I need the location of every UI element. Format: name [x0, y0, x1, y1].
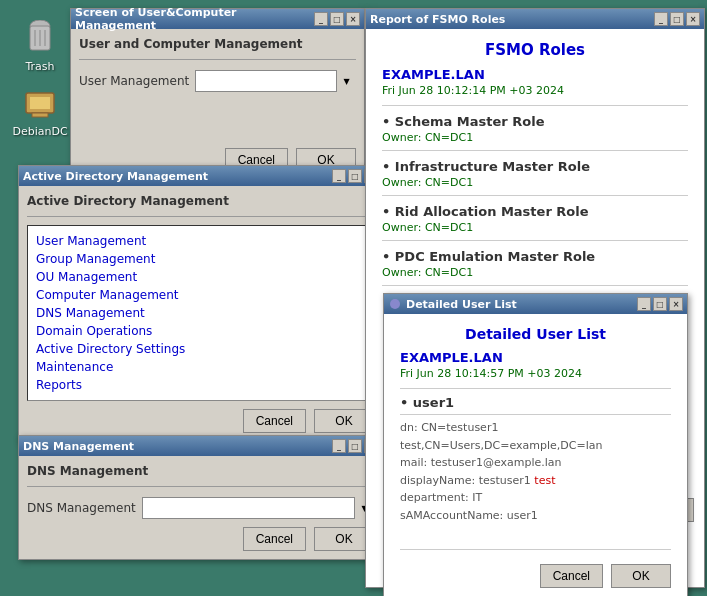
dns-button-row: Cancel OK — [27, 527, 374, 551]
dul-minimize-button[interactable]: _ — [637, 297, 651, 311]
computer-management-link[interactable]: Computer Management — [36, 288, 179, 302]
fsmo-role-4: • PDC Emulation Master Role — [382, 249, 688, 264]
dul-title: Detailed User List — [406, 298, 637, 311]
dul-ok-button[interactable]: OK — [611, 564, 671, 588]
fsmo-sep-4 — [382, 240, 688, 241]
dul-detail-dn: dn: CN=testuser1 test,CN=Users,DC=exampl… — [400, 419, 671, 454]
user-management-label: User Management — [79, 74, 189, 88]
user-management-form-group: User Management ▼ — [79, 70, 356, 92]
group-management-link[interactable]: Group Management — [36, 252, 155, 266]
ad-cancel-button[interactable]: Cancel — [243, 409, 306, 433]
dul-detail-mail: mail: testuser1@example.lan — [400, 454, 671, 472]
dns-management-link[interactable]: DNS Management — [36, 306, 145, 320]
dul-detail-displayname: displayName: testuser1 test — [400, 472, 671, 490]
list-item: Domain Operations — [36, 322, 365, 340]
fsmo-sep-2 — [382, 150, 688, 151]
user-computer-mgmt-window: Screen of User&Computer Management _ □ ×… — [70, 8, 365, 181]
dns-select-wrapper: ▼ — [142, 497, 374, 519]
user-computer-mgmt-title: Screen of User&Computer Management — [75, 6, 314, 32]
dul-body: Detailed User List EXAMPLE.LAN Fri Jun 2… — [384, 314, 687, 596]
fsmo-domain: EXAMPLE.LAN — [382, 67, 688, 82]
debiandc-icon[interactable]: DebianDC — [10, 85, 70, 138]
fsmo-report-titlebar[interactable]: Report of FSMO Roles _ □ × — [366, 9, 704, 29]
list-item: Computer Management — [36, 286, 365, 304]
ad-settings-link[interactable]: Active Directory Settings — [36, 342, 185, 356]
maximize-button[interactable]: □ — [330, 12, 344, 26]
ad-management-titlebar[interactable]: Active Directory Management _ □ × — [19, 166, 382, 186]
ad-management-body: Active Directory Management User Managem… — [19, 186, 382, 441]
spacer — [79, 100, 356, 140]
dul-spacer — [400, 525, 671, 545]
dns-label: DNS Management — [27, 501, 136, 515]
dul-close-button[interactable]: × — [669, 297, 683, 311]
window-controls: _ □ × — [314, 12, 360, 26]
dns-minimize-button[interactable]: _ — [332, 439, 346, 453]
list-item: DNS Management — [36, 304, 365, 322]
fsmo-maximize-button[interactable]: □ — [670, 12, 684, 26]
list-item: OU Management — [36, 268, 365, 286]
ad-minimize-button[interactable]: _ — [332, 169, 346, 183]
dns-maximize-button[interactable]: □ — [348, 439, 362, 453]
ad-header-separator — [27, 216, 374, 217]
user-management-select-wrapper: ▼ — [195, 70, 356, 92]
minimize-button[interactable]: _ — [314, 12, 328, 26]
dul-detail-department: department: IT — [400, 489, 671, 507]
ad-menu-area: User Management Group Management OU Mana… — [27, 225, 374, 401]
dns-header-separator — [27, 486, 374, 487]
close-button[interactable]: × — [346, 12, 360, 26]
list-item: User Management — [36, 232, 365, 250]
dns-select[interactable] — [142, 497, 374, 519]
fsmo-role-1: • Schema Master Role — [382, 114, 688, 129]
dul-user-details: dn: CN=testuser1 test,CN=Users,DC=exampl… — [400, 419, 671, 525]
fsmo-owner-1: Owner: CN=DC1 — [382, 131, 688, 144]
dul-window-controls: _ □ × — [637, 297, 683, 311]
dul-sep-1 — [400, 388, 671, 389]
list-item: Reports — [36, 376, 365, 394]
dns-form-group: DNS Management ▼ — [27, 497, 374, 519]
dns-cancel-button[interactable]: Cancel — [243, 527, 306, 551]
fsmo-window-controls: _ □ × — [654, 12, 700, 26]
ad-maximize-button[interactable]: □ — [348, 169, 362, 183]
ad-management-title: Active Directory Management — [23, 170, 332, 183]
dul-detail-sam: sAMAccountName: user1 — [400, 507, 671, 525]
user-management-select[interactable] — [195, 70, 356, 92]
ou-management-link[interactable]: OU Management — [36, 270, 137, 284]
dul-domain: EXAMPLE.LAN — [400, 350, 671, 365]
dns-management-window: DNS Management _ □ × DNS Management DNS … — [18, 435, 383, 560]
svg-rect-7 — [32, 113, 48, 117]
dul-date: Fri Jun 28 10:14:57 PM +03 2024 — [400, 367, 671, 380]
fsmo-sep-3 — [382, 195, 688, 196]
list-item: Maintenance — [36, 358, 365, 376]
dns-management-titlebar[interactable]: DNS Management _ □ × — [19, 436, 382, 456]
list-item: Active Directory Settings — [36, 340, 365, 358]
dul-sep-2 — [400, 414, 671, 415]
dul-maximize-button[interactable]: □ — [653, 297, 667, 311]
user-management-link[interactable]: User Management — [36, 234, 146, 248]
fsmo-close-button[interactable]: × — [686, 12, 700, 26]
fsmo-role-2: • Infrastructure Master Role — [382, 159, 688, 174]
trash-icon[interactable]: Trash — [10, 20, 70, 73]
dul-title-icon — [388, 297, 402, 311]
dns-management-body: DNS Management DNS Management ▼ Cancel O… — [19, 456, 382, 559]
ad-button-row: Cancel OK — [27, 409, 374, 433]
dul-user-name: • user1 — [400, 395, 671, 410]
dns-management-header: DNS Management — [27, 464, 374, 478]
reports-link[interactable]: Reports — [36, 378, 82, 392]
dul-body-title: Detailed User List — [400, 326, 671, 342]
fsmo-sep-1 — [382, 105, 688, 106]
detailed-user-list-window: Detailed User List _ □ × Detailed User L… — [383, 293, 688, 596]
dul-titlebar[interactable]: Detailed User List _ □ × — [384, 294, 687, 314]
domain-operations-link[interactable]: Domain Operations — [36, 324, 152, 338]
fsmo-owner-2: Owner: CN=DC1 — [382, 176, 688, 189]
fsmo-minimize-button[interactable]: _ — [654, 12, 668, 26]
fsmo-owner-3: Owner: CN=DC1 — [382, 221, 688, 234]
ad-management-header: Active Directory Management — [27, 194, 374, 208]
fsmo-sep-5 — [382, 285, 688, 286]
ad-menu-list: User Management Group Management OU Mana… — [36, 232, 365, 394]
maintenance-link[interactable]: Maintenance — [36, 360, 113, 374]
fsmo-date: Fri Jun 28 10:12:14 PM +03 2024 — [382, 84, 688, 97]
user-computer-mgmt-titlebar[interactable]: Screen of User&Computer Management _ □ × — [71, 9, 364, 29]
user-computer-mgmt-header: User and Computer Management — [79, 37, 356, 51]
dul-cancel-button[interactable]: Cancel — [540, 564, 603, 588]
dns-management-title: DNS Management — [23, 440, 332, 453]
